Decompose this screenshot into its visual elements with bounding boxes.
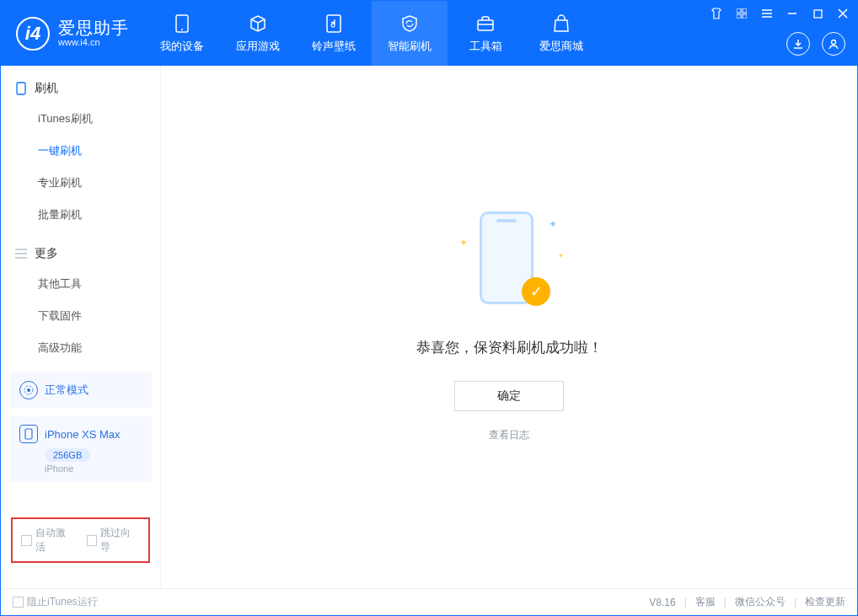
- sidebar-section-flash: 刷机: [1, 66, 160, 103]
- section-title: 更多: [35, 246, 58, 261]
- checkbox-label: 跳过向导: [100, 526, 140, 554]
- list-icon: [14, 247, 28, 260]
- app-window: i4 爱思助手 www.i4.cn 我的设备 应用游戏 铃声壁纸 智能刷机: [0, 0, 858, 616]
- bag-icon: [551, 13, 571, 34]
- support-link[interactable]: 客服: [695, 595, 716, 609]
- sidebar-section-more: 更多: [1, 231, 160, 268]
- phone-icon: [14, 82, 28, 95]
- svg-point-11: [27, 388, 30, 392]
- checkbox-icon: [87, 535, 98, 546]
- block-itunes-checkbox[interactable]: 阻止iTunes运行: [13, 595, 98, 609]
- device-name: iPhone XS Max: [45, 428, 121, 441]
- app-body: 刷机 iTunes刷机 一键刷机 专业刷机 批量刷机 更多 其他工具 下载固件 …: [1, 66, 857, 588]
- svg-point-9: [832, 40, 836, 45]
- maximize-button[interactable]: [810, 6, 825, 21]
- svg-rect-13: [25, 429, 32, 439]
- nav-store[interactable]: 爱思商城: [523, 1, 599, 66]
- nav-label: 智能刷机: [388, 39, 432, 54]
- app-name: 爱思助手: [58, 19, 129, 36]
- mode-label: 正常模式: [45, 383, 88, 398]
- mode-panel[interactable]: 正常模式: [9, 372, 152, 408]
- svg-rect-7: [743, 14, 747, 19]
- nav-toolbox[interactable]: 工具箱: [448, 1, 523, 66]
- logo-icon: i4: [16, 17, 50, 51]
- check-circle-icon: ✓: [522, 277, 550, 306]
- logo: i4 爱思助手 www.i4.cn: [1, 17, 144, 51]
- svg-rect-10: [17, 83, 25, 94]
- header-actions: [786, 32, 845, 56]
- svg-rect-8: [814, 10, 822, 18]
- download-button[interactable]: [786, 32, 810, 56]
- nav-label: 爱思商城: [539, 39, 583, 54]
- sparkle-icon: ✦: [558, 252, 564, 260]
- success-illustration: ✦ ✦ ✦ ✓: [463, 212, 555, 313]
- auto-activate-checkbox[interactable]: 自动激活: [21, 526, 75, 554]
- sidebar-item-itunes-flash[interactable]: iTunes刷机: [1, 103, 160, 135]
- ok-button[interactable]: 确定: [454, 381, 564, 411]
- svg-rect-4: [737, 8, 741, 13]
- window-controls: [709, 6, 850, 21]
- app-url: www.i4.cn: [58, 38, 129, 47]
- close-button[interactable]: [835, 6, 850, 21]
- checkbox-label: 阻止iTunes运行: [27, 595, 98, 609]
- device-panel[interactable]: iPhone XS Max 256GB iPhone: [9, 416, 152, 482]
- check-update-link[interactable]: 检查更新: [805, 595, 845, 609]
- minimize-button[interactable]: [785, 6, 800, 21]
- cube-icon: [248, 13, 268, 34]
- sidebar: 刷机 iTunes刷机 一键刷机 专业刷机 批量刷机 更多 其他工具 下载固件 …: [1, 66, 161, 588]
- top-nav: 我的设备 应用游戏 铃声壁纸 智能刷机 工具箱 爱思商城: [144, 1, 599, 66]
- success-message: 恭喜您，保资料刷机成功啦！: [416, 338, 603, 357]
- sparkle-icon: ✦: [549, 218, 557, 230]
- checkbox-icon: [21, 535, 32, 546]
- wechat-link[interactable]: 微信公众号: [735, 595, 786, 609]
- section-title: 刷机: [35, 81, 58, 96]
- toolbox-icon: [475, 13, 496, 34]
- nav-label: 应用游戏: [236, 39, 280, 54]
- checkbox-icon: [13, 597, 24, 608]
- sidebar-item-batch-flash[interactable]: 批量刷机: [1, 199, 160, 231]
- nav-label: 铃声壁纸: [312, 39, 356, 54]
- status-bar: 阻止iTunes运行 V8.16 | 客服 | 微信公众号 | 检查更新: [1, 588, 857, 615]
- device-type: iPhone: [45, 463, 142, 474]
- sidebar-item-pro-flash[interactable]: 专业刷机: [1, 167, 160, 199]
- nav-label: 我的设备: [160, 39, 204, 54]
- menu-icon[interactable]: [759, 6, 775, 21]
- highlighted-options: 自动激活 跳过向导: [11, 517, 150, 563]
- user-button[interactable]: [822, 32, 845, 56]
- nav-apps[interactable]: 应用游戏: [220, 1, 296, 66]
- main-content: ✦ ✦ ✦ ✓ 恭喜您，保资料刷机成功啦！ 确定 查看日志: [161, 66, 857, 588]
- nav-ringtones[interactable]: 铃声壁纸: [296, 1, 372, 66]
- svg-rect-3: [478, 20, 493, 30]
- grid-icon[interactable]: [734, 6, 749, 21]
- sidebar-item-onekey-flash[interactable]: 一键刷机: [1, 135, 160, 167]
- shirt-icon[interactable]: [709, 6, 724, 21]
- device-storage-badge: 256GB: [45, 448, 90, 462]
- svg-rect-6: [737, 14, 741, 19]
- app-header: i4 爱思助手 www.i4.cn 我的设备 应用游戏 铃声壁纸 智能刷机: [1, 1, 857, 66]
- sidebar-item-other-tools[interactable]: 其他工具: [1, 268, 160, 300]
- checkbox-label: 自动激活: [35, 526, 75, 554]
- view-log-link[interactable]: 查看日志: [489, 428, 529, 442]
- nav-label: 工具箱: [469, 39, 502, 54]
- device-phone-icon: [19, 425, 38, 443]
- nav-flash[interactable]: 智能刷机: [372, 1, 448, 66]
- version-label: V8.16: [649, 597, 675, 608]
- svg-point-1: [181, 29, 183, 30]
- sidebar-item-download-firmware[interactable]: 下载固件: [1, 300, 160, 332]
- svg-rect-5: [743, 8, 747, 13]
- device-icon: [172, 13, 192, 34]
- shield-refresh-icon: [400, 13, 420, 34]
- sidebar-item-advanced[interactable]: 高级功能: [1, 332, 160, 364]
- nav-my-device[interactable]: 我的设备: [144, 1, 220, 66]
- music-file-icon: [324, 13, 344, 34]
- sparkle-icon: ✦: [459, 237, 468, 249]
- skip-guide-checkbox[interactable]: 跳过向导: [87, 526, 141, 554]
- mode-icon: [19, 381, 38, 399]
